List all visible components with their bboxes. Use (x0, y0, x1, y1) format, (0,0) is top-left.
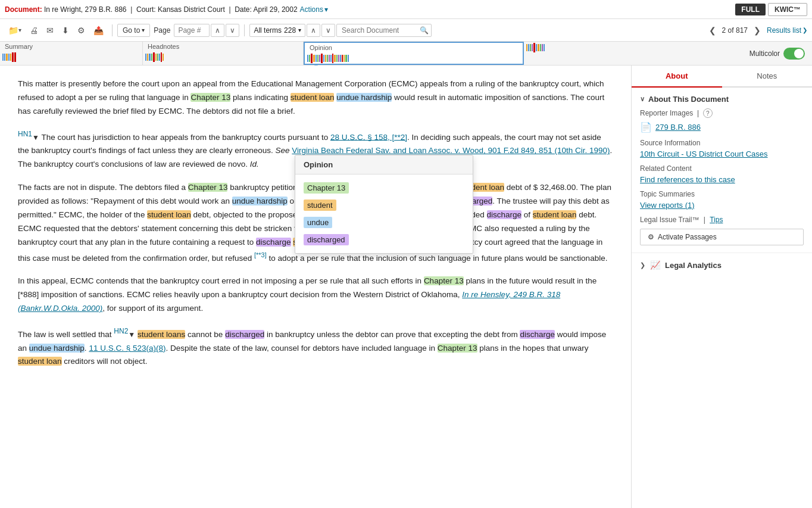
highlight-discharged-4: discharged (225, 330, 264, 339)
kwic-view-button[interactable]: KWIC™ (768, 3, 807, 16)
related-link-text[interactable]: Find references to this case (640, 175, 735, 184)
reporter-link[interactable]: 279 B.R. 886 (655, 123, 701, 132)
actions-button[interactable]: Actions ▾ (300, 5, 328, 14)
folder-button[interactable]: 📁 ▾ (5, 23, 25, 38)
terms-select[interactable]: All terms 228 ▾ (249, 24, 305, 37)
gear-passages-icon: ⚙ (648, 233, 654, 241)
about-section: ∨ About This Document Reporter Images | … (632, 88, 812, 253)
prev-term-button[interactable]: ∧ (307, 24, 320, 37)
highlight-discharge-2: discharge (487, 210, 522, 219)
tick (163, 54, 164, 61)
results-list-label: Results list (767, 26, 801, 35)
headnotes-ticks (143, 51, 303, 63)
popup-item-undue[interactable]: undue (295, 214, 473, 231)
tab-notes[interactable]: Notes (722, 66, 813, 86)
court-label: Court: (136, 5, 156, 14)
prev-result-button[interactable]: ❮ (708, 24, 717, 36)
tick (325, 55, 326, 62)
footnote-link-3[interactable]: [**3] (254, 251, 267, 258)
next-term-button[interactable]: ∨ (321, 24, 335, 37)
tick (4, 54, 5, 61)
full-view-button[interactable]: FULL (735, 4, 766, 15)
multicolor-switch[interactable] (783, 48, 805, 60)
popup-header: Opinion (295, 155, 473, 174)
analytics-section[interactable]: ❯ 📈 Legal Analytics (632, 253, 812, 277)
headnote-link-1[interactable]: HN1 (18, 130, 32, 138)
email-button[interactable]: ✉ (43, 23, 57, 38)
chevron-down-icon: ▾ (324, 5, 328, 14)
tick (307, 55, 308, 62)
activate-button[interactable]: ⚙ Activate Passages (640, 229, 804, 245)
minimap-headnotes-label: Headnotes (143, 42, 303, 51)
tab-about[interactable]: About (632, 66, 722, 88)
topic-link-row: View reports (1) (640, 201, 804, 210)
source-link: 10th Circuit - US District Court Cases (640, 149, 804, 158)
headnote-link-2[interactable]: HN2 (114, 327, 128, 335)
tick (329, 55, 330, 62)
terms-count: 228 (284, 26, 296, 35)
chapter13-highlight: Chapter 13 (304, 182, 349, 194)
tick (528, 44, 529, 51)
tick (530, 44, 531, 51)
tips-link[interactable]: Tips (710, 216, 723, 224)
tick (6, 54, 8, 61)
tick (12, 52, 14, 62)
opinion-popup: Opinion Chapter 13 student undue dischar… (295, 155, 473, 254)
info-icon[interactable]: ? (703, 108, 713, 118)
hn-marker-1: ▼ (32, 133, 39, 141)
tick (342, 55, 343, 62)
doc-label: Document: (5, 5, 42, 14)
discharged-highlight: discharged (304, 234, 349, 245)
popup-item-chapter13[interactable]: Chapter 13 (295, 179, 473, 197)
tick (151, 54, 152, 61)
topic-link-text[interactable]: View reports (1) (640, 201, 695, 210)
paragraph-1: This matter is presently before the cour… (18, 77, 613, 119)
related-label: Related Content (640, 164, 804, 173)
highlight-undue-1: undue hardship (336, 93, 392, 102)
highlight-student-7: student loan (18, 357, 62, 366)
results-list-button[interactable]: Results list ❯ (767, 26, 807, 35)
highlight-chapter13-4: Chapter 13 (424, 276, 464, 285)
tick (544, 44, 545, 51)
tick (338, 55, 339, 62)
tick (145, 54, 146, 61)
next-page-button[interactable]: ∨ (226, 24, 239, 37)
share-icon: 📤 (93, 26, 104, 35)
search-icon: 🔍 (420, 26, 429, 35)
doc-title: In re Wright, 279 B.R. 886 (44, 5, 127, 14)
tick (147, 54, 148, 61)
highlight-discharge-3: discharge (256, 238, 291, 247)
popup-item-discharged[interactable]: discharged (295, 231, 473, 248)
about-header[interactable]: ∨ About This Document (640, 95, 804, 104)
tick (542, 44, 543, 51)
print-button[interactable]: 🖨 (26, 23, 42, 38)
terms-tools: All terms 228 ▾ ∧ ∨ 🔍 (249, 24, 429, 37)
highlight-undue-3: undue hardship (29, 344, 85, 353)
settings-button[interactable]: ⚙ (74, 23, 89, 38)
rest-ticks (524, 42, 742, 54)
folder-chevron: ▾ (18, 27, 21, 33)
tick (336, 55, 338, 62)
statute-link-2[interactable]: 11 U.S.C. § 523(a)(8) (89, 344, 165, 353)
source-link-text[interactable]: 10th Circuit - US District Court Cases (640, 149, 768, 158)
page-input[interactable] (174, 24, 210, 37)
terms-label: All terms (254, 26, 282, 35)
tick (536, 44, 537, 51)
popup-item-student[interactable]: student (295, 197, 473, 214)
goto-button[interactable]: Go to ▾ (117, 24, 150, 37)
search-document-input[interactable] (336, 24, 432, 37)
highlight-student-6: student loans (138, 330, 185, 339)
next-result-button[interactable]: ❯ (752, 24, 762, 36)
prev-page-button[interactable]: ∧ (211, 24, 224, 37)
case-link-2[interactable]: In re Hensley, 249 B.R. 318 (Bankr.W.D.O… (18, 290, 560, 313)
reporter-label: Reporter Images (640, 109, 693, 117)
highlight-student-4: student loan (533, 210, 577, 219)
minimap-opinion-label: Opinion (305, 43, 523, 52)
download-button[interactable]: ⬇ (58, 23, 73, 38)
tick (330, 55, 332, 62)
panel-tabs: About Notes (632, 66, 812, 88)
share-button[interactable]: 📤 (90, 23, 107, 38)
statute-link-1[interactable]: 28 U.S.C. § 158, [**2] (330, 132, 407, 141)
tick (149, 54, 151, 61)
case-link-1[interactable]: Virginia Beach Federal Sav. and Loan Ass… (292, 146, 610, 155)
